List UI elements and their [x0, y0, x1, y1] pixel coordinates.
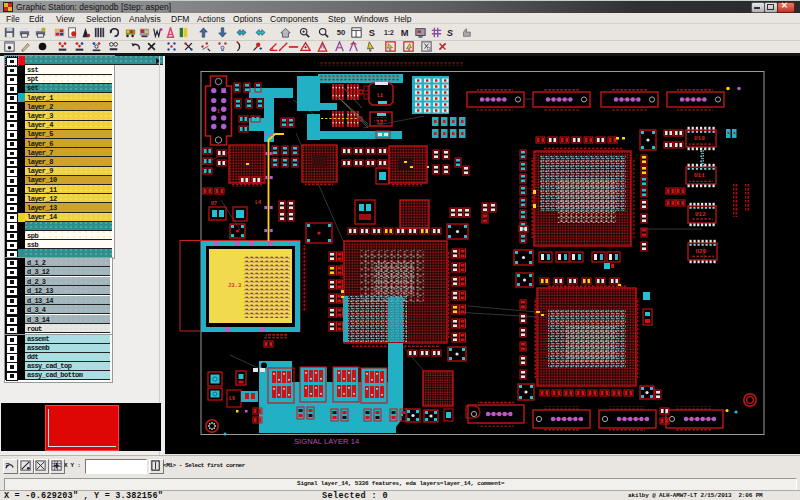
svg-text:S: S — [369, 28, 375, 38]
svg-text:U20: U20 — [696, 248, 707, 255]
svg-text:L4: L4 — [255, 200, 261, 206]
svg-text:SIGNAL LAYER 14: SIGNAL LAYER 14 — [294, 437, 359, 446]
svg-text:U7: U7 — [211, 201, 217, 207]
svg-text:L1: L1 — [377, 93, 383, 99]
svg-text:M: M — [401, 28, 409, 38]
svg-text:L6: L6 — [229, 396, 235, 402]
svg-text:U10: U10 — [694, 135, 705, 142]
svg-text:U12: U12 — [695, 211, 706, 218]
svg-text:50: 50 — [337, 28, 345, 37]
svg-text:1: 1 — [217, 109, 220, 115]
svg-text:L2: L2 — [377, 120, 383, 126]
svg-text:S: S — [447, 28, 454, 38]
svg-text:1:2: 1:2 — [384, 29, 394, 36]
svg-text:J3.3: J3.3 — [228, 282, 242, 289]
svg-text:U11: U11 — [694, 172, 705, 179]
